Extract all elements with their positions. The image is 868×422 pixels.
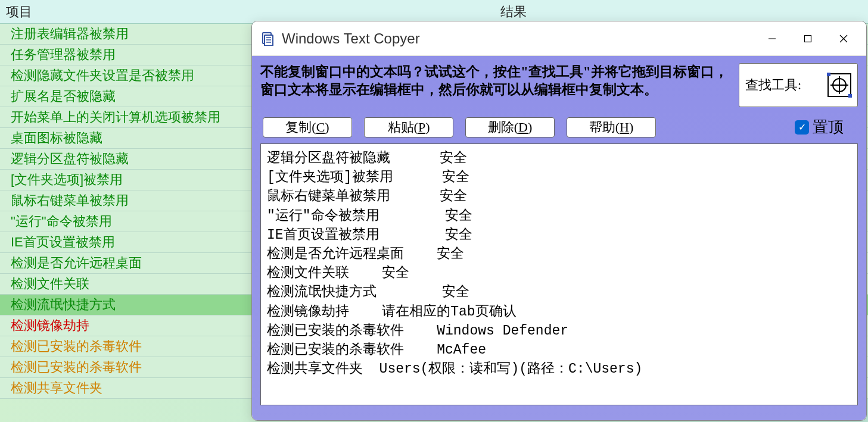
svg-rect-1	[265, 35, 273, 46]
crosshair-icon	[832, 78, 847, 92]
popup-body: 不能复制窗口中的文本吗？试试这个，按住"查找工具"并将它拖到目标窗口，窗口文本将…	[252, 56, 866, 420]
app-icon	[260, 32, 275, 46]
header-col-result[interactable]: 结果	[494, 1, 533, 23]
instruction-row: 不能复制窗口中的文本吗？试试这个，按住"查找工具"并将它拖到目标窗口，窗口文本将…	[257, 61, 861, 113]
header-col-item[interactable]: 项目	[0, 1, 494, 23]
titlebar[interactable]: Windows Text Copyer	[252, 21, 866, 56]
checkbox-label: 置顶	[813, 117, 844, 137]
svg-rect-6	[805, 35, 811, 42]
copy-button[interactable]: 复制(C)	[263, 117, 352, 137]
finder-tool-box: 查找工具:	[739, 63, 858, 107]
window-title: Windows Text Copyer	[282, 30, 754, 47]
instruction-text: 不能复制窗口中的文本吗？试试这个，按住"查找工具"并将它拖到目标窗口，窗口文本将…	[260, 63, 730, 107]
minimize-button[interactable]	[754, 27, 790, 51]
finder-tool-icon[interactable]	[827, 73, 851, 97]
table-header: 项目 结果	[0, 0, 868, 24]
button-row: 复制(C) 粘贴(P) 删除(D) 帮助(H) ✓ 置顶	[257, 113, 861, 143]
output-textarea[interactable]: 逻辑分区盘符被隐藏 安全 [文件夹选项]被禁用 安全 鼠标右键菜单被禁用 安全 …	[260, 143, 858, 405]
delete-button[interactable]: 删除(D)	[465, 117, 555, 137]
close-button[interactable]	[826, 27, 861, 51]
always-on-top-checkbox[interactable]: ✓ 置顶	[795, 117, 844, 137]
checkbox-icon: ✓	[795, 120, 809, 135]
help-button[interactable]: 帮助(H)	[567, 117, 656, 137]
maximize-button[interactable]	[790, 27, 826, 51]
finder-label: 查找工具:	[745, 76, 801, 94]
paste-button[interactable]: 粘贴(P)	[364, 117, 453, 137]
text-copyer-window: Windows Text Copyer 不能复制窗口中的文本吗？试试这个，按住"…	[251, 21, 867, 421]
